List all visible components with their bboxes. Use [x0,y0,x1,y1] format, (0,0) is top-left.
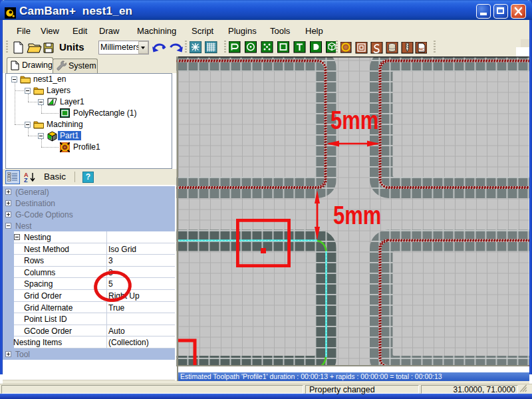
svg-text:Z: Z [24,177,28,183]
svg-text:5mm: 5mm [331,106,378,135]
svg-text:NC: NC [419,47,425,51]
svg-text:5mm: 5mm [333,201,381,230]
